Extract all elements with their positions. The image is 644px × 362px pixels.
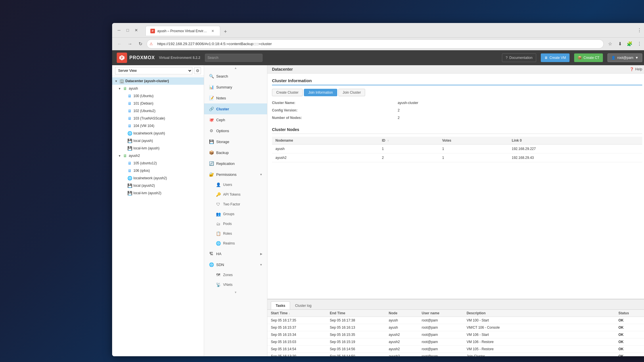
sdn-expand-icon: ▼ (260, 263, 262, 266)
col-votes[interactable]: Votes (439, 137, 508, 145)
bookmark-button[interactable]: ☆ (606, 40, 614, 48)
sidebar-item-locallvm-ayush[interactable]: 💾 local-lvm (ayush) (112, 145, 204, 152)
mid-nav-api-tokens[interactable]: 🔑 API Tokens (204, 190, 267, 199)
reload-button[interactable]: ↻ (136, 40, 144, 48)
sidebar-item-ayush2[interactable]: ▼ 🖥 ayush2 (112, 152, 204, 159)
create-ct-button[interactable]: 📦 Create CT (574, 53, 603, 62)
sidebar-item-localnetwork-ayush[interactable]: 🌐 localnetwork (ayush) (112, 130, 204, 137)
menu-button[interactable]: ⋮ (635, 40, 643, 48)
create-cluster-tab[interactable]: Create Cluster (272, 89, 303, 96)
mid-nav-options[interactable]: ⚙ Options (204, 125, 267, 136)
help-button[interactable]: ❓ Help (630, 67, 642, 71)
join-cluster-tab[interactable]: Join Cluster (338, 89, 365, 96)
task-user: root@pam (418, 346, 463, 353)
sidebar-item-vm102[interactable]: 🖥 102 (Ubuntu2) (112, 107, 204, 115)
replication-icon: 🔄 (209, 161, 214, 166)
sidebar-gear-button[interactable]: ⚙ (194, 67, 201, 74)
list-item: Sep 05 16:15:37 Sep 05 16:16:13 ayush ro… (267, 324, 644, 331)
new-tab-button[interactable]: + (221, 28, 229, 36)
mid-nav-pools[interactable]: 🗂 Pools (204, 219, 267, 229)
mid-nav-search-label: Search (216, 74, 228, 78)
mid-nav-search[interactable]: 🔍 Search (204, 71, 267, 82)
mid-nav-vnets[interactable]: 📡 VNets (204, 280, 267, 290)
tasks-col-end[interactable]: End Time (326, 310, 385, 317)
mid-nav-backup-label: Backup (216, 151, 229, 155)
sidebar-item-vm106[interactable]: 🖥 106 (q4os) (112, 167, 204, 174)
create-vm-button[interactable]: 🖥 Create VM (541, 53, 569, 62)
close-button[interactable]: ✕ (133, 27, 140, 34)
storage-icon: 💾 (209, 139, 214, 144)
notes-icon: 📝 (209, 95, 214, 101)
mid-nav-zones[interactable]: 🗺 Zones (204, 270, 267, 280)
sidebar-item-vm105[interactable]: 🖥 105 (ubuntu12) (112, 159, 204, 167)
active-tab[interactable]: P ayush – Proxmox Virtual Enviro... ✕ (145, 26, 220, 36)
sidebar-item-ayush[interactable]: ▼ 🖥 ayush (112, 85, 204, 92)
sidebar-item-localnetwork-ayush2[interactable]: 🌐 localnetwork (ayush2) (112, 174, 204, 182)
sidebar-item-vm100[interactable]: 🖥 100 (Ubuntu) (112, 92, 204, 100)
mid-nav-replication[interactable]: 🔄 Replication (204, 158, 267, 169)
mid-nav-roles[interactable]: 📋 Roles (204, 229, 267, 238)
mid-nav-notes[interactable]: 📝 Notes (204, 93, 267, 103)
mid-nav-groups[interactable]: 👥 Groups (204, 209, 267, 219)
tab-cluster-log[interactable]: Cluster log (290, 301, 316, 309)
task-status: OK (615, 346, 644, 353)
permissions-expand-icon: ▼ (260, 173, 262, 176)
mid-nav-ceph[interactable]: 🐙 Ceph (204, 114, 267, 125)
task-user: root@pam (418, 331, 463, 338)
tab-close-button[interactable]: ✕ (210, 28, 215, 34)
mid-nav-storage[interactable]: 💾 Storage (204, 136, 267, 147)
tasks-col-node[interactable]: Node (385, 310, 418, 317)
minimize-button[interactable]: ─ (116, 27, 122, 34)
maximize-button[interactable]: □ (124, 27, 131, 34)
col-link0[interactable]: Link 0 (508, 137, 642, 145)
mid-nav-permissions[interactable]: 🔐 Permissions ▼ (204, 169, 267, 180)
mid-nav-users[interactable]: 👤 Users (204, 180, 267, 190)
node-link0: 192.168.29.227 (508, 145, 642, 153)
mid-nav-two-factor[interactable]: 🛡 Two Factor (204, 199, 267, 209)
user-menu-button[interactable]: 👤 root@pam ▼ (607, 53, 642, 62)
sidebar-item-local-ayush2[interactable]: 💾 local (ayush2) (112, 182, 204, 189)
col-nodename[interactable]: Nodename (272, 137, 378, 145)
sidebar-vm105-label: 105 (ubuntu12) (133, 161, 157, 165)
extensions-icon-button[interactable]: 🧩 (626, 40, 634, 48)
mid-nav-ha[interactable]: 🏗 HA ▶ (204, 248, 267, 259)
vm-icon: 🖥 (127, 168, 132, 173)
sidebar-item-vm101[interactable]: 🖥 101 (Debian) (112, 100, 204, 107)
forward-button[interactable]: → (126, 40, 134, 48)
sidebar-item-vm104[interactable]: 🖥 104 (VM 104) (112, 122, 204, 130)
tab-tasks[interactable]: Tasks (271, 301, 290, 309)
mid-nav-backup[interactable]: 📦 Backup (204, 147, 267, 158)
documentation-button[interactable]: ? Documentation (502, 53, 536, 62)
address-input[interactable] (147, 39, 604, 49)
task-start: Sep 05 16:15:03 (267, 338, 326, 346)
create-vm-icon: 🖥 (544, 56, 548, 60)
mid-nav-cluster[interactable]: 🔗 Cluster (204, 103, 267, 114)
mid-nav-summary-label: Summary (216, 85, 232, 89)
sort-icon: ↑ (388, 139, 389, 142)
cluster-icon: 🔗 (209, 106, 214, 111)
nodes-table: Nodename ID ↑ Votes Link 0 (272, 137, 642, 162)
tasks-col-user[interactable]: User name (418, 310, 463, 317)
sidebar-item-locallvm-ayush2[interactable]: 💾 local-lvm (ayush2) (112, 189, 204, 197)
col-id[interactable]: ID ↑ (378, 137, 439, 145)
download-button[interactable]: ⬇ (616, 40, 624, 48)
sidebar-item-vm103[interactable]: 🖥 103 (TrueNASScale) (112, 115, 204, 122)
tasks-col-start[interactable]: Start Time ↓ (267, 310, 326, 317)
spacer (122, 147, 126, 150)
spacer (122, 139, 126, 143)
num-nodes-value: 2 (398, 116, 516, 120)
header-search-input[interactable] (205, 54, 262, 62)
join-info-tab[interactable]: Join Information (304, 89, 337, 96)
back-button[interactable]: ← (116, 40, 124, 48)
extensions-button[interactable]: ⋮ (635, 26, 643, 34)
tasks-col-desc[interactable]: Description (463, 310, 615, 317)
task-start: Sep 05 16:14:54 (267, 346, 326, 353)
mid-nav-realms[interactable]: 🌐 Realms (204, 238, 267, 248)
server-view-select[interactable]: Server View (115, 67, 192, 74)
tasks-col-status[interactable]: Status (615, 310, 644, 317)
sidebar-item-datacenter[interactable]: ▼ 🏢 Datacenter (ayush-cluster) (112, 77, 204, 85)
user-icon: 👤 (611, 56, 616, 60)
mid-nav-sdn[interactable]: 🌐 SDN ▼ (204, 259, 267, 270)
mid-nav-summary[interactable]: 📊 Summary (204, 82, 267, 93)
sidebar-item-local-ayush[interactable]: 💾 local (ayush) (112, 137, 204, 145)
